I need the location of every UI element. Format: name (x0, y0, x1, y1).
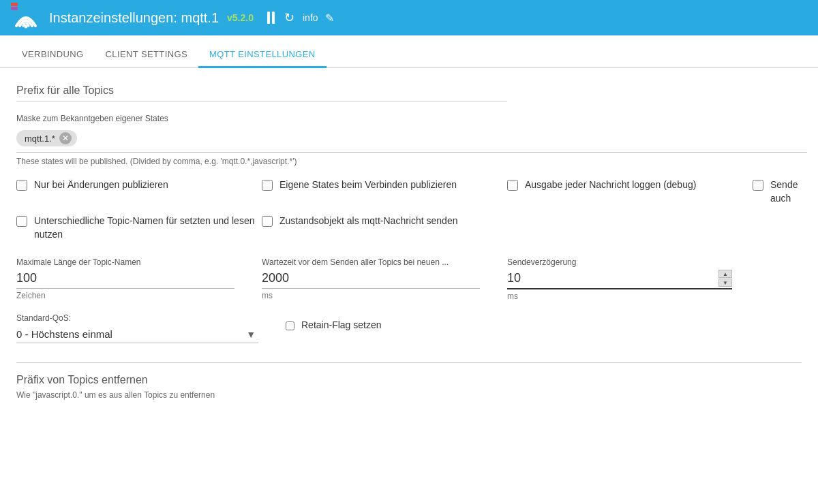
cb-nur-aenderungen[interactable] (16, 180, 27, 191)
retain-checkbox[interactable] (286, 321, 294, 330)
prefix-field-group: Prefix für alle Topics (16, 84, 802, 101)
tabs-bar: VERBINDUNG CLIENT SETTINGS MQTT EINSTELL… (0, 35, 818, 68)
tab-verbindung[interactable]: VERBINDUNG (11, 49, 95, 68)
wartezeit-group: Wartezeit vor dem Senden aller Topics be… (262, 257, 480, 300)
qos-group: Standard-QoS: 0 - Höchstens einmal 1 - M… (16, 313, 258, 343)
bottom-section-label: Präfix von Topics entfernen (16, 374, 802, 386)
chip-value: mqtt.1.* (25, 133, 55, 144)
svg-point-1 (25, 25, 28, 29)
sendezeit-wrapper: ▲ ▼ (507, 270, 732, 289)
version-badge: v5.2.0 (227, 12, 254, 23)
cb-verbinden-publizieren[interactable] (262, 180, 273, 191)
info-link[interactable]: info (303, 12, 318, 23)
cb-topic-namen[interactable] (16, 216, 27, 227)
max-topic-len-label: Maximale Länge der Topic-Namen (16, 257, 234, 267)
checkbox-item-6: Zustandsobjekt als mqtt-Nachricht senden (262, 215, 507, 241)
header: Instanzeinstellungen: mqtt.1 v5.2.0 ↻ in… (0, 0, 818, 35)
cb-nur-aenderungen-label[interactable]: Nur bei Änderungen publizieren (34, 178, 168, 192)
mask-hint: These states will be published. (Divided… (16, 157, 802, 166)
cb-zustandsobjekt-label[interactable]: Zustandsobjekt als mqtt-Nachricht senden (279, 215, 457, 228)
sendezeit-label: Sendeverzögerung (507, 257, 732, 267)
pause-button[interactable] (266, 10, 276, 25)
edit-icon[interactable]: ✎ (325, 12, 334, 25)
tag-area: mqtt.1.* ✕ (16, 126, 807, 153)
cb-verbinden-publizieren-label[interactable]: Eigene States beim Verbinden publizieren (279, 178, 457, 192)
chip-mqtt: mqtt.1.* ✕ (16, 130, 77, 146)
bottom-section: Präfix von Topics entfernen Wie "javascr… (16, 362, 802, 400)
max-topic-len-group: Maximale Länge der Topic-Namen Zeichen (16, 257, 234, 300)
mask-label: Maske zum Bekanntgeben eigener States (16, 114, 802, 123)
refresh-icon: ↻ (284, 11, 294, 25)
cb-zustandsobjekt[interactable] (262, 216, 273, 227)
wartezeit-input[interactable] (262, 270, 480, 289)
svg-rect-2 (11, 3, 18, 6)
pause-icon (267, 12, 275, 24)
spinner-buttons: ▲ ▼ (718, 270, 732, 287)
checkbox-item-5: Unterschiedliche Topic-Namen für setzten… (16, 215, 262, 241)
chip-close-button[interactable]: ✕ (59, 132, 72, 144)
max-topic-len-input[interactable] (16, 270, 234, 289)
checkbox-item-1: Nur bei Änderungen publizieren (16, 178, 262, 205)
retain-area: Retain-Flag setzen (286, 319, 382, 332)
prefix-divider (16, 101, 507, 101)
refresh-button[interactable]: ↻ (283, 9, 296, 27)
number-fields-row: Maximale Länge der Topic-Namen Zeichen W… (16, 257, 802, 301)
checkbox-item-3: Ausgabe jeder Nachricht loggen (debug) (507, 178, 753, 205)
cb-debug-loggen-label[interactable]: Ausgabe jeder Nachricht loggen (debug) (525, 178, 696, 192)
svg-rect-3 (11, 7, 18, 10)
spinner-up-button[interactable]: ▲ (718, 270, 732, 278)
qos-label: Standard-QoS: (16, 313, 258, 323)
sendezeit-unit: ms (507, 292, 732, 301)
qos-select[interactable]: 0 - Höchstens einmal 1 - Mindestens einm… (16, 326, 258, 343)
cb-sende-auch-label[interactable]: Sende auch (770, 178, 802, 205)
cb-debug-loggen[interactable] (507, 180, 518, 191)
cb-sende-auch[interactable] (753, 180, 763, 191)
page-title: Instanzeinstellungen: mqtt.1 (49, 10, 219, 26)
cb-topic-namen-label[interactable]: Unterschiedliche Topic-Namen für setzten… (34, 215, 262, 241)
retain-label[interactable]: Retain-Flag setzen (301, 319, 382, 332)
tab-mqtt-einstellungen[interactable]: MQTT EINSTELLUNGEN (198, 49, 327, 68)
qos-retain-row: Standard-QoS: 0 - Höchstens einmal 1 - M… (16, 313, 802, 343)
main-content: Prefix für alle Topics Maske zum Bekannt… (0, 68, 818, 400)
wartezeit-unit: ms (262, 291, 480, 300)
checkbox-grid: Nur bei Änderungen publizieren Eigene St… (16, 178, 802, 241)
logo-icon (11, 3, 41, 33)
sendezeit-group: Sendeverzögerung ▲ ▼ ms (507, 257, 732, 301)
wartezeit-label: Wartezeit vor dem Senden aller Topics be… (262, 257, 480, 267)
sendezeit-input[interactable] (507, 271, 718, 285)
checkbox-item-2: Eigene States beim Verbinden publizieren (262, 178, 507, 205)
prefix-label: Prefix für alle Topics (16, 84, 802, 97)
qos-select-wrapper: 0 - Höchstens einmal 1 - Mindestens einm… (16, 326, 258, 343)
bottom-hint: Wie "javascript.0." um es aus allen Topi… (16, 390, 802, 400)
max-topic-len-unit: Zeichen (16, 291, 234, 300)
svg-rect-4 (11, 11, 18, 14)
header-icons: ↻ info ✎ (266, 9, 334, 27)
spinner-down-button[interactable]: ▼ (718, 279, 732, 287)
mask-field-group: Maske zum Bekanntgeben eigener States mq… (16, 114, 802, 166)
tab-client-settings[interactable]: CLIENT SETTINGS (95, 49, 198, 68)
checkbox-item-4: Sende auch (753, 178, 802, 205)
